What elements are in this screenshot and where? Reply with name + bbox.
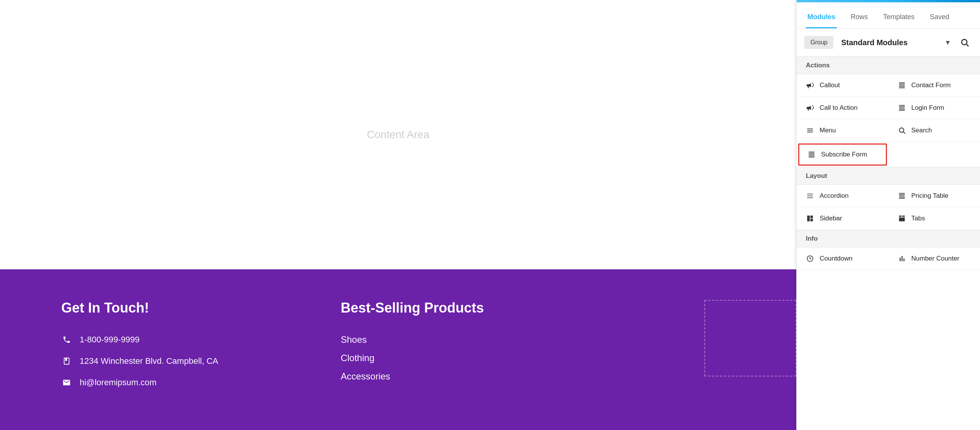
table-icon [898,81,906,90]
module-search-label: Search [911,127,932,134]
megaphone-icon [806,81,814,90]
tab-modules[interactable]: Modules [806,8,837,28]
footer-dashed-box [704,300,796,376]
module-pricing-table[interactable]: Pricing Table [889,185,980,207]
content-area: Content Area [0,0,796,269]
list-item: Accessories [341,371,484,382]
module-menu-label: Menu [820,127,836,134]
tab-templates[interactable]: Templates [882,8,916,28]
module-call-to-action[interactable]: Call to Action [797,97,889,119]
hamburger-menu-icon [806,126,814,135]
module-call-to-action-label: Call to Action [820,104,858,112]
tabs-icon [898,214,906,223]
group-selector: Group Standard Modules ▾ [797,29,980,57]
module-menu[interactable]: Menu [797,119,889,142]
search-button[interactable] [957,35,972,50]
empty-cell [889,142,980,167]
email-icon [61,377,72,388]
module-sidebar[interactable]: Sidebar [797,207,889,230]
module-sidebar-label: Sidebar [820,215,842,222]
info-grid: Countdown Number Counter [797,248,980,270]
group-label: Group [804,36,833,49]
content-area-label: Content Area [367,129,429,141]
search-module-icon [898,126,906,135]
main-content: Content Area Get In Touch! 1-800-999-999… [0,0,796,430]
tab-rows[interactable]: Rows [849,8,869,28]
accordion-icon [806,192,814,200]
subscribe-form-icon [807,150,816,159]
module-login-form-label: Login Form [911,104,944,112]
section-header-info: Info [797,230,980,248]
group-dropdown[interactable]: Standard Modules ▾ [838,37,952,49]
footer: Get In Touch! 1-800-999-9999 1234 Winche… [0,269,796,430]
footer-contact-section: Get In Touch! 1-800-999-9999 1234 Winche… [61,300,218,399]
clock-icon [806,254,814,263]
footer-email-text: hi@loremipsum.com [80,378,157,388]
footer-address: 1234 Winchester Blvd. Campbell, CA [61,356,218,366]
footer-products-heading: Best-Selling Products [341,300,484,316]
tab-saved[interactable]: Saved [928,8,951,28]
module-contact-form-label: Contact Form [911,81,951,89]
product-link-shoes[interactable]: Shoes [341,334,367,345]
panel-tabs: Modules Rows Templates Saved [797,2,980,29]
footer-email: hi@loremipsum.com [61,377,218,388]
section-header-layout: Layout [797,167,980,185]
module-subscribe-form-label: Subscribe Form [821,151,867,158]
footer-products-section: Best-Selling Products Shoes Clothing Acc… [341,300,484,399]
module-pricing-table-label: Pricing Table [911,192,949,200]
svg-line-1 [967,44,969,46]
footer-phone: 1-800-999-9999 [61,334,218,345]
chevron-down-icon: ▾ [946,38,949,47]
product-link-accessories[interactable]: Accessories [341,371,390,381]
sidebar-icon [806,214,814,223]
product-link-clothing[interactable]: Clothing [341,353,374,363]
group-selected-value: Standard Modules [841,38,907,47]
phone-icon [61,334,72,345]
module-tabs-label: Tabs [911,215,925,222]
footer-phone-text: 1-800-999-9999 [80,335,140,345]
right-panel: Modules Rows Templates Saved Group Stand… [796,0,980,430]
module-contact-form[interactable]: Contact Form [889,74,980,97]
footer-address-text: 1234 Winchester Blvd. Campbell, CA [80,356,218,366]
bar-chart-icon [898,254,906,263]
module-tabs[interactable]: Tabs [889,207,980,230]
module-list: Actions Callout Contact Form Call t [797,57,980,430]
module-accordion-label: Accordion [820,192,849,200]
list-item: Clothing [341,353,484,363]
login-form-icon [898,104,906,112]
module-countdown[interactable]: Countdown [797,248,889,270]
footer-contact-heading: Get In Touch! [61,300,218,316]
module-number-counter-label: Number Counter [911,255,960,262]
actions-grid: Callout Contact Form Call to Action Logi [797,74,980,167]
module-callout-label: Callout [820,81,840,89]
module-search[interactable]: Search [889,119,980,142]
layout-grid: Accordion Pricing Table Sidebar Tabs [797,185,980,230]
module-countdown-label: Countdown [820,255,853,262]
pricing-table-icon [898,192,906,200]
module-accordion[interactable]: Accordion [797,185,889,207]
svg-line-3 [903,132,905,134]
module-callout[interactable]: Callout [797,74,889,97]
footer-product-links: Shoes Clothing Accessories [341,334,484,382]
module-login-form[interactable]: Login Form [889,97,980,119]
megaphone2-icon [806,104,814,112]
section-header-actions: Actions [797,57,980,74]
address-icon [61,356,72,366]
svg-point-0 [962,39,967,45]
module-number-counter[interactable]: Number Counter [889,248,980,270]
module-subscribe-form[interactable]: Subscribe Form [798,143,887,166]
list-item: Shoes [341,334,484,345]
svg-point-2 [899,128,904,132]
